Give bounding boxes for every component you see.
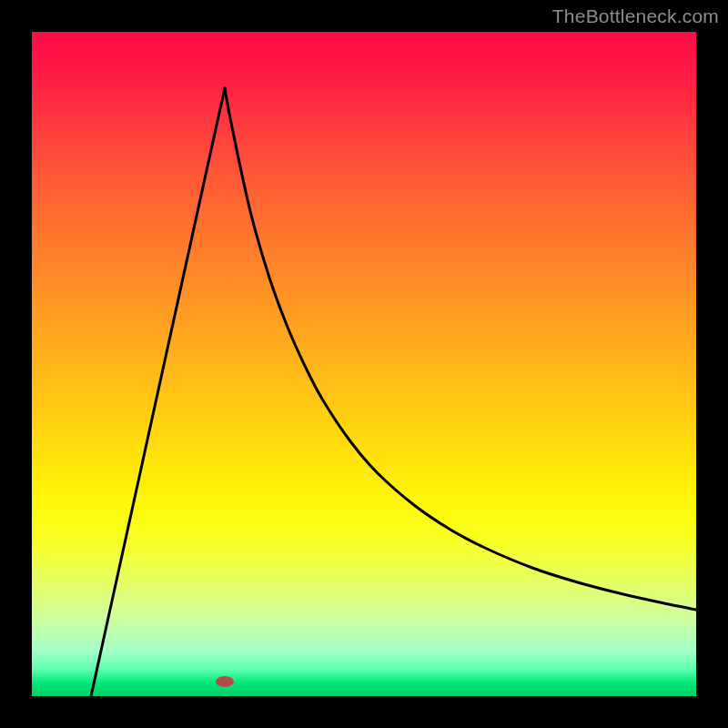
plot-area [32, 32, 696, 696]
chart-frame: TheBottleneck.com [0, 0, 728, 728]
curve-right-branch [225, 88, 696, 610]
curve-layer [32, 32, 696, 696]
watermark-text: TheBottleneck.com [552, 5, 719, 27]
curve-left-branch [91, 88, 225, 696]
min-point-marker [216, 676, 234, 687]
